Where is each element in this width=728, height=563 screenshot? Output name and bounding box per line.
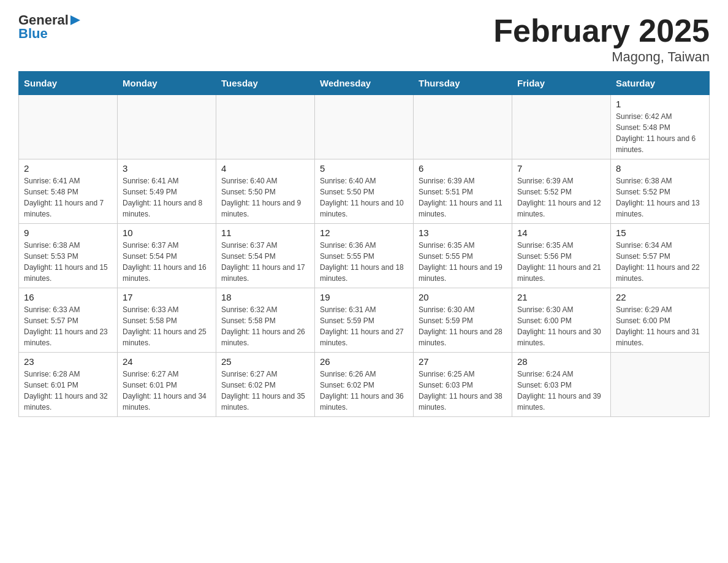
calendar-week-2: 2Sunrise: 6:41 AMSunset: 5:48 PMDaylight…: [19, 159, 710, 224]
day-info: Sunrise: 6:37 AMSunset: 5:54 PMDaylight:…: [221, 240, 309, 284]
day-number: 11: [221, 228, 309, 238]
day-number: 22: [616, 292, 704, 302]
day-info: Sunrise: 6:35 AMSunset: 5:56 PMDaylight:…: [517, 240, 605, 284]
day-info: Sunrise: 6:41 AMSunset: 5:48 PMDaylight:…: [24, 175, 112, 220]
day-info: Sunrise: 6:32 AMSunset: 5:58 PMDaylight:…: [221, 304, 309, 348]
calendar-cell: 26Sunrise: 6:26 AMSunset: 6:02 PMDayligh…: [315, 353, 414, 417]
day-number: 3: [123, 163, 211, 174]
calendar-week-3: 9Sunrise: 6:38 AMSunset: 5:53 PMDaylight…: [19, 224, 710, 288]
logo-arrow-icon: [70, 15, 80, 28]
day-number: 16: [24, 292, 112, 302]
calendar-cell: 2Sunrise: 6:41 AMSunset: 5:48 PMDaylight…: [19, 159, 118, 224]
day-info: Sunrise: 6:35 AMSunset: 5:55 PMDaylight:…: [419, 240, 507, 284]
calendar-cell: 25Sunrise: 6:27 AMSunset: 6:02 PMDayligh…: [216, 353, 315, 417]
day-number: 12: [320, 228, 408, 238]
header-wednesday: Wednesday: [315, 72, 414, 95]
calendar-cell: 6Sunrise: 6:39 AMSunset: 5:51 PMDaylight…: [414, 159, 512, 224]
day-number: 18: [221, 292, 309, 302]
calendar-cell: 24Sunrise: 6:27 AMSunset: 6:01 PMDayligh…: [118, 353, 216, 417]
day-number: 8: [616, 163, 704, 174]
calendar-cell: 8Sunrise: 6:38 AMSunset: 5:52 PMDaylight…: [611, 159, 710, 224]
calendar-cell: 4Sunrise: 6:40 AMSunset: 5:50 PMDaylight…: [216, 159, 315, 224]
day-number: 7: [517, 163, 605, 174]
day-info: Sunrise: 6:42 AMSunset: 5:48 PMDaylight:…: [616, 111, 704, 155]
day-number: 23: [24, 356, 112, 367]
day-number: 9: [24, 228, 112, 238]
calendar-cell: 1Sunrise: 6:42 AMSunset: 5:48 PMDaylight…: [611, 95, 710, 159]
calendar-cell: 23Sunrise: 6:28 AMSunset: 6:01 PMDayligh…: [19, 353, 118, 417]
calendar-cell: [512, 95, 611, 159]
day-number: 13: [419, 228, 507, 238]
day-number: 10: [123, 228, 211, 238]
header-tuesday: Tuesday: [216, 72, 315, 95]
title-block: February 2025 Magong, Taiwan: [493, 12, 710, 65]
day-info: Sunrise: 6:34 AMSunset: 5:57 PMDaylight:…: [616, 240, 704, 284]
calendar-cell: 3Sunrise: 6:41 AMSunset: 5:49 PMDaylight…: [118, 159, 216, 224]
day-info: Sunrise: 6:36 AMSunset: 5:55 PMDaylight:…: [320, 240, 408, 284]
calendar-week-1: 1Sunrise: 6:42 AMSunset: 5:48 PMDaylight…: [19, 95, 710, 159]
day-info: Sunrise: 6:31 AMSunset: 5:59 PMDaylight:…: [320, 304, 408, 348]
svg-marker-0: [70, 15, 80, 25]
day-info: Sunrise: 6:41 AMSunset: 5:49 PMDaylight:…: [123, 175, 211, 220]
day-info: Sunrise: 6:40 AMSunset: 5:50 PMDaylight:…: [320, 175, 408, 220]
day-info: Sunrise: 6:26 AMSunset: 6:02 PMDaylight:…: [320, 369, 408, 413]
day-number: 20: [419, 292, 507, 302]
day-info: Sunrise: 6:30 AMSunset: 5:59 PMDaylight:…: [419, 304, 507, 348]
calendar-cell: 13Sunrise: 6:35 AMSunset: 5:55 PMDayligh…: [414, 224, 512, 288]
day-number: 24: [123, 356, 211, 367]
calendar-cell: 7Sunrise: 6:39 AMSunset: 5:52 PMDaylight…: [512, 159, 611, 224]
logo-blue-text: Blue: [18, 26, 48, 42]
calendar-cell: 27Sunrise: 6:25 AMSunset: 6:03 PMDayligh…: [414, 353, 512, 417]
day-number: 1: [616, 99, 704, 109]
header-sunday: Sunday: [19, 72, 118, 95]
day-info: Sunrise: 6:29 AMSunset: 6:00 PMDaylight:…: [616, 304, 704, 348]
page-title: February 2025: [493, 12, 710, 49]
calendar-cell: 19Sunrise: 6:31 AMSunset: 5:59 PMDayligh…: [315, 288, 414, 353]
day-info: Sunrise: 6:27 AMSunset: 6:02 PMDaylight:…: [221, 369, 309, 413]
calendar-cell: 28Sunrise: 6:24 AMSunset: 6:03 PMDayligh…: [512, 353, 611, 417]
day-info: Sunrise: 6:40 AMSunset: 5:50 PMDaylight:…: [221, 175, 309, 220]
day-number: 19: [320, 292, 408, 302]
day-number: 28: [517, 356, 605, 367]
day-info: Sunrise: 6:24 AMSunset: 6:03 PMDaylight:…: [517, 369, 605, 413]
calendar-cell: [611, 353, 710, 417]
calendar-cell: 14Sunrise: 6:35 AMSunset: 5:56 PMDayligh…: [512, 224, 611, 288]
day-number: 15: [616, 228, 704, 238]
calendar-cell: 20Sunrise: 6:30 AMSunset: 5:59 PMDayligh…: [414, 288, 512, 353]
day-info: Sunrise: 6:30 AMSunset: 6:00 PMDaylight:…: [517, 304, 605, 348]
day-number: 2: [24, 163, 112, 174]
calendar-cell: 21Sunrise: 6:30 AMSunset: 6:00 PMDayligh…: [512, 288, 611, 353]
day-number: 27: [419, 356, 507, 367]
day-info: Sunrise: 6:37 AMSunset: 5:54 PMDaylight:…: [123, 240, 211, 284]
header-friday: Friday: [512, 72, 611, 95]
calendar-cell: 10Sunrise: 6:37 AMSunset: 5:54 PMDayligh…: [118, 224, 216, 288]
day-info: Sunrise: 6:28 AMSunset: 6:01 PMDaylight:…: [24, 369, 112, 413]
calendar-cell: 18Sunrise: 6:32 AMSunset: 5:58 PMDayligh…: [216, 288, 315, 353]
calendar-week-4: 16Sunrise: 6:33 AMSunset: 5:57 PMDayligh…: [19, 288, 710, 353]
calendar-cell: 12Sunrise: 6:36 AMSunset: 5:55 PMDayligh…: [315, 224, 414, 288]
day-info: Sunrise: 6:39 AMSunset: 5:52 PMDaylight:…: [517, 175, 605, 220]
day-info: Sunrise: 6:38 AMSunset: 5:53 PMDaylight:…: [24, 240, 112, 284]
calendar-cell: 9Sunrise: 6:38 AMSunset: 5:53 PMDaylight…: [19, 224, 118, 288]
day-number: 6: [419, 163, 507, 174]
calendar-cell: 22Sunrise: 6:29 AMSunset: 6:00 PMDayligh…: [611, 288, 710, 353]
calendar-header-row: SundayMondayTuesdayWednesdayThursdayFrid…: [19, 72, 710, 95]
calendar-table: SundayMondayTuesdayWednesdayThursdayFrid…: [18, 71, 710, 417]
header-thursday: Thursday: [414, 72, 512, 95]
day-number: 17: [123, 292, 211, 302]
day-info: Sunrise: 6:25 AMSunset: 6:03 PMDaylight:…: [419, 369, 507, 413]
header-monday: Monday: [118, 72, 216, 95]
day-info: Sunrise: 6:33 AMSunset: 5:57 PMDaylight:…: [24, 304, 112, 348]
day-number: 21: [517, 292, 605, 302]
calendar-cell: [216, 95, 315, 159]
day-number: 4: [221, 163, 309, 174]
day-info: Sunrise: 6:33 AMSunset: 5:58 PMDaylight:…: [123, 304, 211, 348]
calendar-cell: 15Sunrise: 6:34 AMSunset: 5:57 PMDayligh…: [611, 224, 710, 288]
day-info: Sunrise: 6:38 AMSunset: 5:52 PMDaylight:…: [616, 175, 704, 220]
calendar-cell: [315, 95, 414, 159]
page-subtitle: Magong, Taiwan: [493, 49, 710, 65]
calendar-cell: [118, 95, 216, 159]
calendar-cell: 5Sunrise: 6:40 AMSunset: 5:50 PMDaylight…: [315, 159, 414, 224]
logo: General Blue: [18, 12, 80, 42]
calendar-cell: [19, 95, 118, 159]
